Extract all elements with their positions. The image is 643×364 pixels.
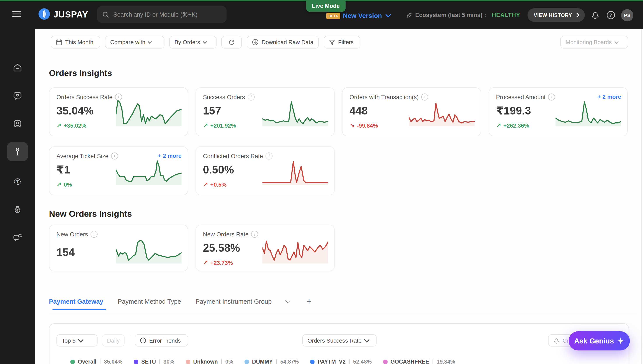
sidebar-item-support-settings[interactable] — [13, 232, 22, 242]
hamburger-menu-icon[interactable] — [12, 11, 21, 17]
settlements-bag-icon: ₹ — [13, 204, 22, 214]
support-settings-icon — [13, 232, 22, 242]
help-icon[interactable]: ? — [606, 10, 615, 20]
customers-icon — [13, 119, 22, 128]
tabs-chevron-down-icon[interactable] — [285, 298, 290, 303]
metric-card-orders-with-transactions: Orders with Transaction(s)i 448 ↘-99.84% — [342, 88, 481, 136]
sparkle-icon — [617, 337, 624, 344]
bell-icon — [553, 337, 559, 344]
by-orders-dropdown[interactable]: By Orders — [169, 36, 216, 48]
new-orders-insights-heading: New Orders Insights — [49, 209, 132, 219]
viewport: JUSPAY Live Mode BETA New Version Ecosys… — [0, 0, 643, 364]
add-tab-icon[interactable]: + — [307, 297, 311, 306]
sidebar-item-refunds[interactable]: ₹ — [13, 177, 22, 186]
sparkline-chart — [116, 236, 182, 264]
tabs-divider — [49, 313, 637, 313]
new-version-switch[interactable]: New Version — [343, 12, 390, 19]
tab-payment-instrument-group[interactable]: Payment Instrument Group — [195, 298, 272, 305]
sidebar-item-tools-active[interactable] — [7, 142, 28, 161]
legend-item: PAYTM_V2|52.48% — [310, 359, 372, 364]
notifications-bell-icon[interactable] — [590, 10, 600, 20]
error-trends-button[interactable]: Error Trends — [135, 334, 188, 346]
download-raw-data-button[interactable]: Download Raw Data — [247, 36, 319, 48]
monitoring-boards-dropdown[interactable]: Monitoring Boards — [560, 36, 628, 48]
search-icon — [102, 11, 109, 18]
svg-text:?: ? — [609, 12, 612, 18]
svg-text:₹: ₹ — [16, 208, 19, 212]
metric-card-success-orders: Success Ordersi 157 ↗+201.92% — [195, 88, 335, 136]
chart-legend: Overall|35.04% SETU|30% Unknown|0% DUMMY… — [70, 359, 455, 364]
card-value: ₹1 — [57, 164, 70, 176]
ask-genius-button[interactable]: Ask Genius — [569, 331, 630, 350]
ecosystem-status: Ecosystem (last 5 mins) : — [406, 12, 486, 18]
chevron-right-icon — [575, 13, 579, 17]
metric-card-orders-success-rate: Orders Success Ratei 35.04% ↗+35.02% — [49, 88, 188, 136]
juspay-logo-icon — [39, 8, 50, 20]
content-area — [35, 29, 643, 364]
card-value: 0.50% — [203, 164, 234, 176]
legend-item: Overall|35.04% — [70, 359, 123, 364]
card-value: 157 — [203, 104, 221, 117]
card-value: 25.58% — [203, 242, 240, 254]
this-month-button[interactable]: This Month — [51, 36, 100, 48]
chevron-down-icon — [614, 40, 618, 44]
sidebar-item-home[interactable] — [13, 63, 22, 72]
chevron-down-icon — [202, 40, 207, 44]
sidebar-item-settlements[interactable]: ₹ — [13, 204, 22, 214]
card-delta: ↗+201.92% — [203, 122, 236, 129]
top5-dropdown[interactable]: Top 5 — [57, 334, 98, 346]
tools-wrench-icon — [13, 147, 22, 156]
card-delta: ↘-99.84% — [350, 122, 378, 129]
card-delta: ↗+262.36% — [496, 122, 529, 129]
card-title: Success Orders — [203, 94, 245, 100]
topbar-right-cluster: Ecosystem (last 5 mins) : HEALTHY VIEW H… — [406, 1, 633, 29]
info-icon[interactable]: i — [548, 94, 555, 100]
info-icon[interactable]: i — [248, 94, 255, 100]
info-icon[interactable]: i — [91, 231, 98, 238]
live-mode-badge: Live Mode — [306, 0, 345, 12]
card-value: 35.04% — [57, 104, 94, 117]
filters-button[interactable]: Filters — [324, 36, 361, 48]
active-tab-underline — [53, 309, 106, 310]
download-icon — [252, 39, 258, 46]
view-history-button[interactable]: VIEW HISTORY — [527, 8, 585, 22]
brand-name: JUSPAY — [53, 10, 88, 20]
global-search[interactable] — [97, 6, 227, 23]
sidebar-item-customers[interactable] — [13, 119, 22, 128]
info-icon[interactable]: i — [251, 231, 258, 238]
breakdown-tabs: Payment Gateway Payment Method Type Paym… — [49, 297, 311, 306]
card-title: Orders Success Rate — [57, 94, 113, 100]
card-title: New Orders Rate — [203, 231, 249, 238]
compare-with-dropdown[interactable]: Compare with — [105, 36, 164, 48]
metric-card-processed-amount: Processed Amounti + 2 more ₹199.3 ↗+262.… — [489, 88, 628, 136]
sparkline-chart — [262, 158, 328, 185]
panel-divider — [130, 335, 130, 346]
tab-payment-gateway[interactable]: Payment Gateway — [49, 298, 103, 305]
metric-select-dropdown[interactable]: Orders Success Rate — [302, 334, 377, 346]
sparkline-chart — [116, 99, 182, 126]
new-orders-insights-row: New Ordersi 154 New Orders Ratei 25.58% … — [49, 224, 335, 271]
metric-card-new-orders: New Ordersi 154 — [49, 224, 188, 271]
scrollbar-track[interactable] — [641, 29, 642, 364]
card-title: Orders with Transaction(s) — [350, 94, 419, 100]
chevron-down-icon — [386, 12, 391, 17]
card-delta: ↗+23.73% — [203, 259, 233, 266]
tab-payment-method-type[interactable]: Payment Method Type — [118, 298, 181, 305]
refresh-button[interactable] — [221, 36, 242, 48]
daily-button-disabled[interactable]: Daily — [102, 334, 125, 346]
card-title: Conflicted Orders Rate — [203, 153, 263, 159]
sidebar-item-modules[interactable] — [13, 91, 22, 100]
refresh-icon — [228, 39, 235, 46]
legend-item: DUMMY|54.87% — [245, 359, 299, 364]
metric-card-average-ticket-size: Average Ticket Sizei + 2 more ₹1 ↗0% — [49, 146, 188, 195]
svg-text:₹: ₹ — [16, 180, 19, 184]
sparkline-chart — [555, 99, 621, 126]
sidebar: ₹ ₹ — [0, 29, 35, 364]
chevron-down-icon — [148, 40, 152, 44]
calendar-icon — [56, 39, 62, 46]
legend-item: Unknown|0% — [186, 359, 233, 364]
card-delta: ↗+0.5% — [203, 181, 227, 188]
chevron-down-icon — [78, 337, 83, 342]
user-avatar[interactable]: PS — [621, 9, 633, 21]
search-input[interactable] — [112, 11, 221, 18]
